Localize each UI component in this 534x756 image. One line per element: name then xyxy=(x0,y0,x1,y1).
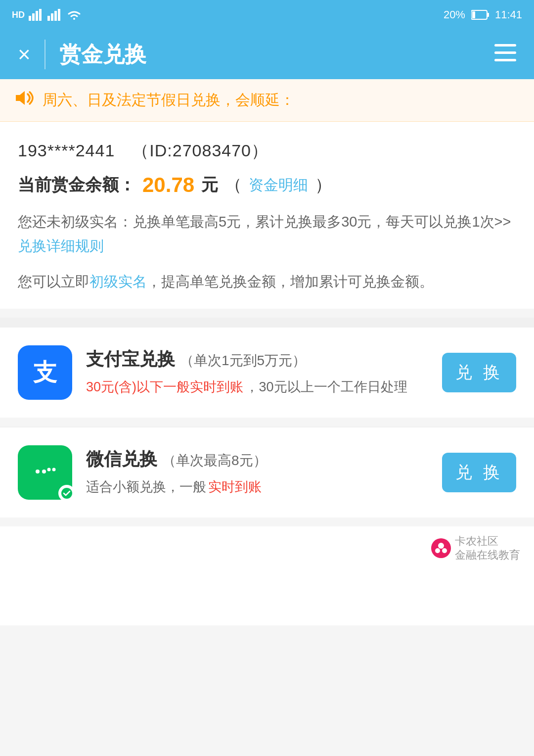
page-title: 赏金兑换 xyxy=(59,40,146,69)
svg-point-20 xyxy=(47,468,51,471)
balance-paren-close: ） xyxy=(315,174,332,196)
svg-rect-3 xyxy=(39,9,42,21)
svg-rect-11 xyxy=(494,44,516,47)
wechat-title: 微信兑换 （单次最高8元） xyxy=(86,447,428,472)
hd-icon: HD xyxy=(12,10,25,20)
wechat-check-badge xyxy=(58,485,75,502)
svg-rect-4 xyxy=(47,16,50,21)
alipay-info: 支付宝兑换 （单次1元到5万元） 30元(含)以下一般实时到账 ，30元以上一个… xyxy=(86,347,428,398)
status-left-icons: HD xyxy=(12,9,82,21)
speaker-icon xyxy=(14,89,34,111)
brand-logo: 卡农社区 金融在线教育 xyxy=(431,534,520,563)
balance-detail-link[interactable]: 资金明细 xyxy=(249,175,308,195)
verify-link[interactable]: 初级实名 xyxy=(89,274,147,289)
svg-rect-9 xyxy=(487,13,489,17)
user-id-display: 193****2441 （ID:27083470） xyxy=(18,140,516,162)
svg-rect-2 xyxy=(36,11,38,21)
svg-marker-14 xyxy=(16,91,25,105)
svg-rect-6 xyxy=(54,11,57,21)
footer: 卡农社区 金融在线教育 xyxy=(0,526,534,570)
menu-button[interactable] xyxy=(494,44,516,65)
svg-rect-7 xyxy=(58,9,60,21)
status-right-icons: 20% 11:41 xyxy=(444,8,522,21)
wechat-exchange-button[interactable]: 兑 换 xyxy=(442,453,516,492)
svg-point-19 xyxy=(42,470,46,473)
notice-text: 周六、日及法定节假日兑换，会顺延： xyxy=(43,90,295,110)
notice-banner: 周六、日及法定节假日兑换，会顺延： xyxy=(0,79,534,122)
signal-icon-2 xyxy=(47,9,62,21)
svg-point-22 xyxy=(61,488,72,499)
wechat-desc-gray: 适合小额兑换，一般 xyxy=(86,479,206,494)
wechat-icon xyxy=(18,445,72,500)
navbar: × 赏金兑换 xyxy=(0,30,534,79)
rules-link[interactable]: 兑换详细规则 xyxy=(18,238,104,254)
svg-point-17 xyxy=(43,462,61,477)
svg-rect-12 xyxy=(494,51,516,54)
status-bar: HD 20% 11:41 xyxy=(0,0,534,30)
alipay-desc-gray: ，30元以上一个工作日处理 xyxy=(245,379,407,394)
svg-point-18 xyxy=(36,470,40,473)
balance-amount: 20.78 xyxy=(142,173,194,197)
svg-rect-10 xyxy=(472,11,475,18)
upgrade-description: 您可以立即初级实名，提高单笔兑换金额，增加累计可兑换金额。 xyxy=(18,270,516,294)
balance-paren-open: （ xyxy=(225,174,242,196)
svg-rect-5 xyxy=(51,13,53,21)
battery-icon xyxy=(471,9,489,20)
brand-icon xyxy=(431,538,451,558)
nav-divider xyxy=(44,40,45,69)
wechat-exchange-card: 微信兑换 （单次最高8元） 适合小额兑换，一般 实时到账 兑 换 xyxy=(0,427,534,518)
svg-rect-1 xyxy=(32,13,35,21)
footer-spacer: 卡农社区 金融在线教育 xyxy=(0,526,534,625)
main-content: 193****2441 （ID:27083470） 当前赏金余额： 20.78 … xyxy=(0,122,534,309)
balance-label: 当前赏金余额： xyxy=(18,174,135,196)
limit-description: 您还未初级实名：兑换单笔最高5元，累计兑换最多30元，每天可以兑换1次>>兑换详… xyxy=(18,210,516,259)
alipay-title: 支付宝兑换 （单次1元到5万元） xyxy=(86,347,428,372)
svg-point-21 xyxy=(52,468,56,471)
svg-text:支: 支 xyxy=(33,359,57,385)
svg-point-24 xyxy=(435,548,440,553)
balance-unit: 元 xyxy=(201,174,218,196)
wifi-icon xyxy=(66,9,82,21)
battery-text: 20% xyxy=(444,8,465,21)
wechat-info: 微信兑换 （单次最高8元） 适合小额兑换，一般 实时到账 xyxy=(86,447,428,498)
svg-rect-0 xyxy=(29,16,31,21)
wechat-desc-red: 实时到账 xyxy=(208,479,262,494)
close-button[interactable]: × xyxy=(18,42,31,67)
svg-rect-13 xyxy=(494,59,516,61)
alipay-exchange-card: 支 支付宝兑换 （单次1元到5万元） 30元(含)以下一般实时到账 ，30元以上… xyxy=(0,328,534,418)
brand-text: 卡农社区 金融在线教育 xyxy=(455,534,520,563)
wechat-description: 适合小额兑换，一般 实时到账 xyxy=(86,476,428,498)
svg-point-25 xyxy=(442,548,447,553)
alipay-icon: 支 xyxy=(18,345,72,400)
balance-row: 当前赏金余额： 20.78 元 （ 资金明细 ） xyxy=(18,173,516,197)
signal-icon xyxy=(29,9,44,21)
alipay-desc-red: 30元(含)以下一般实时到账 xyxy=(86,379,243,394)
alipay-exchange-button[interactable]: 兑 换 xyxy=(442,353,516,392)
alipay-description: 30元(含)以下一般实时到账 ，30元以上一个工作日处理 xyxy=(86,377,428,398)
time-display: 11:41 xyxy=(495,8,522,21)
section-separator-1 xyxy=(0,318,534,328)
svg-point-23 xyxy=(438,543,444,549)
